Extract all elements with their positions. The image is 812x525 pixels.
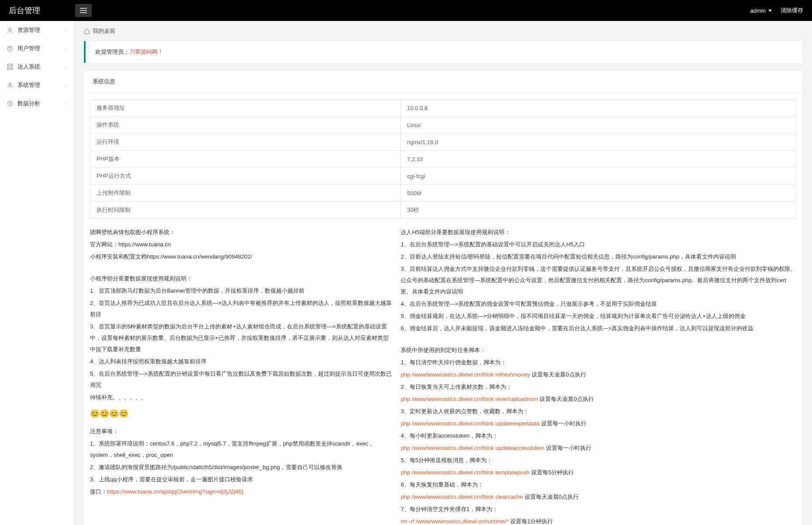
info-val: 30秒 [401,202,796,219]
sidebar-item-system[interactable]: 系统管理 ‹ [0,76,74,94]
sidebar-item-label: 达人系统 [17,63,40,71]
task-item: 7、每分钟清空文件夹缓存1，脚本为： [401,504,796,515]
info-key: 上传附件限制 [90,185,401,202]
rule-item: 待续补充。。。。。。 [90,392,393,403]
menu-icon [80,8,87,13]
table-row: 运行环境nginx/1.18.0 [90,134,796,151]
cmd: php /www/wwwroot/cs.dkewl.cn/think refre… [401,371,530,378]
cmd-suffix: 设置每天凌晨0点执行 [530,371,586,378]
welcome-name: 刀客源码网 [129,48,158,55]
chevron-left-icon: ‹ [65,64,67,69]
info-key: PHP运行方式 [90,168,401,185]
sidebar-item-label: 系统管理 [17,81,40,89]
task-title: 系统中所使用的到定时任务脚本： [401,345,796,356]
svg-rect-4 [11,64,13,66]
cmd-suffix: 设置每一小时执行 [544,445,591,451]
svg-rect-3 [7,64,9,66]
h5-item: 5、佣金结算规则，在达人系统—>分销明细中，按不同项目结算某一天的佣金，结算规则… [401,311,796,322]
rule-item: 4、达人列表排序按照权重数值越大越靠前排序 [90,356,393,367]
cmd: php /www/wwwroot/cs.dkewl.cn/think clear… [401,494,523,500]
sidebar-item-analytics[interactable]: 数据分析 ‹ [0,94,74,113]
table-row: PHP版本7.2.33 [90,151,796,168]
welcome-prefix: 欢迎管理员： [95,48,129,55]
h5-title: 达人H5端部分重要数据展现使用规则说明： [401,227,796,238]
person-icon [7,82,13,88]
sidebar-toggle-button[interactable] [75,4,92,17]
note-item: 1、系统部署环境说明：centos7.6，php7.2，mysql5.7，需支持… [90,438,393,461]
task-item: 5、每5分钟推送模板消息，脚本为： [401,455,796,466]
info-key: 执行时间限制 [90,202,401,219]
cmd: php /www/wwwroot/cs.dkewl.cn/think rever… [401,396,538,402]
intro-line: 团啊壁纸表情包取图小程序系统： [90,227,393,238]
info-key: 运行环境 [90,134,401,151]
system-info-table: 服务器地址10.0.0.8 操作系统Linux 运行环境nginx/1.18.0… [90,99,796,219]
sidebar-item-label: 数据分析 [17,100,40,107]
user-dropdown[interactable]: admin [750,7,772,14]
h5-item: 1、在后台系统管理—>系统配置的基础设置中可以开启或关闭达人H5入口 [401,239,796,250]
info-key: 操作系统 [90,117,401,134]
cmd-suffix: 设置每一小时执行 [539,420,587,427]
info-val: 10.0.0.8 [401,100,796,117]
info-val: 7.2.33 [401,151,796,168]
official-link: https://www.tuana.cn [118,241,171,248]
user-icon [7,45,13,52]
info-val: Linux [401,117,796,134]
breadcrumb: 我的桌面 [74,21,812,41]
sidebar-item-user[interactable]: 用户管理 ‹ [0,39,74,58]
table-row: 执行时间限制30秒 [90,202,796,219]
rule-item: 2、首页达人推荐为已成功入驻且在后台达人系统—>达人列表中有被推荐的并有上传素材… [90,297,393,320]
table-row: 服务器地址10.0.0.8 [90,100,796,117]
home-icon [84,28,90,34]
svg-rect-5 [7,68,9,69]
task-item: 3、定时更新达人收获的点赞数，收藏数，脚本为： [401,406,796,417]
grid-icon [7,64,13,70]
h5-item: 3、目前结算达人佣金方式中支持微信企业付款到零钱，这个需要提供认证服务号带支付，… [401,263,796,297]
table-row: PHP运行方式cgi-fcgi [90,168,796,185]
clear-cache-link[interactable]: 清除缓存 [781,7,803,14]
api-link[interactable]: https://www.tuana.cn/api/qqCheckImg?sign… [107,488,243,495]
svg-point-7 [9,83,11,85]
task-item: 4、每小时更新accesstoken，脚本为： [401,430,796,442]
chevron-left-icon: ‹ [65,101,67,106]
emojis: 😊😊😊😊 [90,406,393,421]
svg-rect-6 [11,68,13,69]
cmd-suffix: 设置每天凌晨0点执行 [523,494,579,500]
svg-point-2 [9,47,11,49]
caret-down-icon [768,10,772,12]
h5-item: 2、目前达人登陆支持短信/密码登陆，短信配置需要在项目代码中配置短信相关信息，路… [401,251,796,262]
brand-title: 后台管理 [9,5,40,16]
info-val: 500M [401,185,796,202]
rules-title: 小程序部分重要数据展现使用规则说明： [90,273,393,284]
cmd: php /www/wwwroot/cs.dkewl.cn/think updat… [401,445,544,451]
cmd-suffix: 设置每1分钟执行 [509,518,553,525]
cmd-suffix: 设置每5分钟执行 [529,469,574,476]
note-item: 3、上线qq小程序，需要在提交审核前，走一遍图片接口校验请求 [90,474,393,485]
task-item: 1、每日清空昨天排行佣金数据，脚本为： [401,357,796,368]
welcome-suffix: ！ [158,48,163,55]
sidebar: 资源管理 ‹ 用户管理 ‹ 达人系统 ‹ 系统管理 ‹ 数据分析 ‹ [0,21,74,525]
cmd: php /www/wwwroot/cs.dkewl.cn/think templ… [401,469,529,476]
note-item: 2、邀请团队的海报背景图路径为/public/static/h5/dist/im… [90,462,393,473]
info-key: PHP版本 [90,151,401,168]
task-item: 2、每日恢复当天可上传素材次数，脚本为： [401,381,796,393]
svg-point-0 [9,28,11,30]
system-info-card: 系统信息 服务器地址10.0.0.8 操作系统Linux 运行环境nginx/1… [84,71,802,525]
info-val: cgi-fcgi [401,168,796,185]
cmd: rm -rf /www/wwwroot/cs.dkewl.cn/runtime/… [401,518,508,525]
table-row: 上传附件限制500M [90,185,796,202]
rule-item: 3、首页显示的5种素材类型的数据为后台平台上传的素材+达人素材组合而成，在后台系… [90,321,393,355]
chevron-left-icon: ‹ [65,46,67,51]
rule-item: 1、首页顶部跑马灯数据为后台Banner管理中的数据，并按权重排序，数值越小越排… [90,285,393,297]
chevron-left-icon: ‹ [65,28,67,33]
table-row: 操作系统Linux [90,117,796,134]
sidebar-item-resource[interactable]: 资源管理 ‹ [0,21,74,39]
card-title: 系统信息 [84,71,802,93]
header: 后台管理 admin 清除缓存 [0,0,812,21]
h5-item: 4、在后台系统管理—>系统配置的佣金设置中可配置预估佣金，只做展示参考，不是用于… [401,298,796,310]
user-name: admin [750,7,766,14]
intro-label: 官方网站： [90,241,118,248]
sidebar-item-expert[interactable]: 达人系统 ‹ [0,58,74,76]
breadcrumb-home[interactable]: 我的桌面 [93,27,115,35]
left-column: 团啊壁纸表情包取图小程序系统： 官方网站：https://www.tuana.c… [90,227,401,525]
welcome-card: 欢迎管理员：刀客源码网！ [84,41,802,63]
